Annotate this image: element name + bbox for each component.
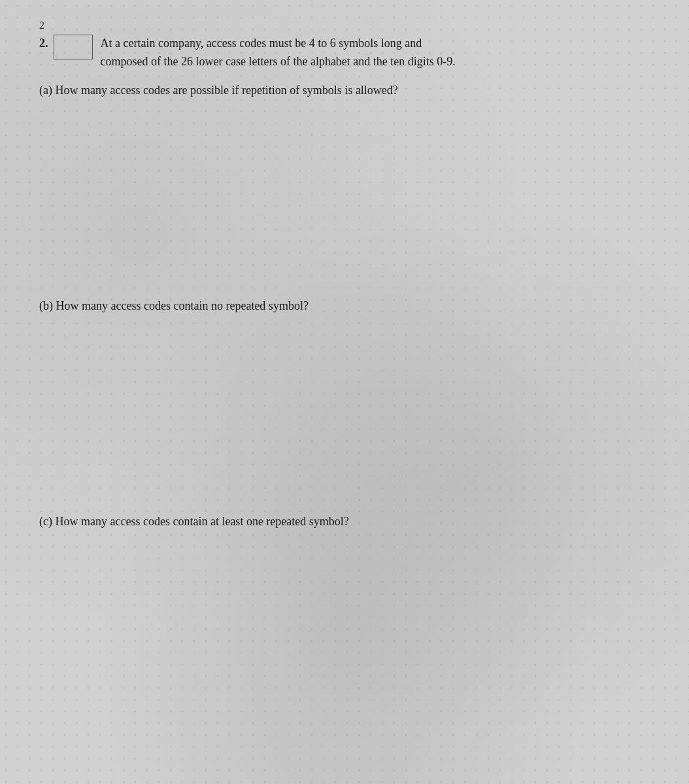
sub-b-label: (b) — [39, 299, 53, 312]
sub-c-label: (c) — [39, 515, 52, 528]
sub-question-c: (c) How many access codes contain at lea… — [39, 513, 663, 531]
sub-b-question: How many access codes contain no repeate… — [56, 299, 309, 312]
answer-space-c — [39, 534, 663, 691]
page-container: 2 2. At a certain company, access codes … — [0, 0, 689, 784]
intro-line1: At a certain company, access codes must … — [101, 37, 422, 50]
answer-space-a — [39, 104, 663, 287]
question-intro: 2. At a certain company, access codes mu… — [39, 35, 663, 71]
sub-c-text: (c) How many access codes contain at lea… — [39, 515, 349, 528]
sub-a-question: How many access codes are possible if re… — [55, 84, 397, 97]
sub-question-a: (a) How many access codes are possible i… — [39, 82, 663, 100]
sub-a-label: (a) — [39, 84, 52, 97]
sub-a-text: (a) How many access codes are possible i… — [39, 84, 398, 97]
sub-c-question: How many access codes contain at least o… — [55, 515, 348, 528]
question-number: 2. — [39, 35, 48, 52]
intro-line2: composed of the 26 lower case letters of… — [101, 55, 456, 68]
top-page-number: 2 — [39, 20, 663, 31]
sub-b-text: (b) How many access codes contain no rep… — [39, 299, 309, 312]
answer-space-b — [39, 319, 663, 502]
intro-text: At a certain company, access codes must … — [101, 35, 456, 71]
sub-question-b: (b) How many access codes contain no rep… — [39, 297, 663, 316]
highlight-box — [54, 35, 93, 59]
